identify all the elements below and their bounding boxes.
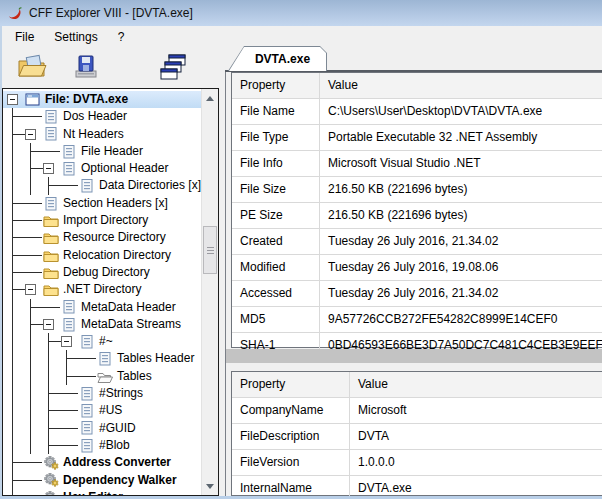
scroll-up-button[interactable] [202,90,218,106]
tree-item-section-headers-x[interactable]: Section Headers [x] [3,195,201,212]
collapse-toggle-icon[interactable] [43,163,54,174]
tree-item-strings[interactable]: #Strings [3,385,201,402]
tree-item-net-directory[interactable]: .NET Directory [3,281,201,298]
property-name: MD5 [232,307,320,332]
folder-icon [43,283,59,297]
tree-item-label: Tables Header [117,352,194,366]
tree-item-file-header[interactable]: File Header [3,143,201,160]
property-row[interactable]: AccessedTuesday 26 July 2016, 21.34.02 [232,281,602,307]
open-icon [17,54,47,80]
title-bar: CFF Explorer VIII - [DVTA.exe] [0,0,602,26]
tree-item-resource-directory[interactable]: Resource Directory [3,229,201,246]
tree-item-label: File: DVTA.exe [45,92,128,106]
property-row[interactable]: CreatedTuesday 26 July 2016, 21.34.02 [232,229,602,255]
tree-item-us[interactable]: #US [3,402,201,419]
tree-item-label: Data Directories [x] [99,179,201,193]
property-row[interactable]: ModifiedTuesday 26 July 2016, 19.08.06 [232,255,602,281]
collapse-toggle-icon[interactable] [25,284,36,295]
detail-icon [79,404,95,418]
scrollbar-thumb[interactable] [203,226,217,274]
column-header: Value [350,372,602,397]
tree-item-dependency-walker[interactable]: Dependency Walker [3,472,201,489]
version-info-table: PropertyValueCompanyNameMicrosoftFileDes… [231,371,602,496]
tree-item-metadata-header[interactable]: MetaData Header [3,299,201,316]
detail-icon [79,421,95,435]
property-row[interactable]: File Size216.50 KB (221696 bytes) [232,177,602,203]
tree-item-address-converter[interactable]: Address Converter [3,454,201,471]
tree-item-label: Address Converter [63,455,171,469]
folder-icon [43,266,59,280]
tree-scrollbar[interactable] [201,89,218,495]
right-panel-border [225,70,226,499]
window-border-left [0,26,2,499]
scroll-down-button[interactable] [202,478,218,494]
windows-manager-button[interactable] [157,51,189,83]
property-row[interactable]: File NameC:\Users\User\Desktop\DVTA\DVTA… [232,99,602,125]
property-value: Portable Executable 32 .NET Assembly [320,125,602,150]
menu-bar: FileSettings? [0,26,602,47]
detail-icon [43,127,59,141]
gear-icon [43,491,59,495]
tree-item-data-directories-x[interactable]: Data Directories [x] [3,177,201,194]
tree-item-label: #Strings [99,386,143,400]
tree-item-optional-header[interactable]: Optional Header [3,160,201,177]
tree-item-label: Optional Header [81,161,168,175]
collapse-toggle-icon[interactable] [61,336,72,347]
tree-item-[interactable]: #~ [3,333,201,350]
property-row[interactable]: FileVersion1.0.0.0 [232,450,602,476]
tree-item-guid[interactable]: #GUID [3,420,201,437]
tree-item-dos-header[interactable]: Dos Header [3,108,201,125]
tab-dvta-exe[interactable]: DVTA.exe [228,46,327,71]
table-header-row: PropertyValue [232,372,602,398]
property-row[interactable]: PE Size216.50 KB (221696 bytes) [232,203,602,229]
tree-item-nt-headers[interactable]: Nt Headers [3,126,201,143]
folder-icon [43,231,59,245]
collapse-toggle-icon[interactable] [25,129,36,140]
tree-item-label: #US [99,404,122,418]
property-value: 9A57726CCB272FE54282C8999E14CEF0 [320,307,602,332]
folder-icon [43,214,59,228]
table-header-row: PropertyValue [232,73,602,99]
tree-item-label: #Blob [99,438,130,452]
property-name: FileVersion [232,450,350,475]
tree-item-label: Nt Headers [63,127,124,141]
property-row[interactable]: CompanyNameMicrosoft [232,398,602,424]
open-file-button[interactable] [16,51,48,83]
tree-item-metadata-streams[interactable]: MetaData Streams [3,316,201,333]
tree-item-tables[interactable]: Tables [3,368,201,385]
save-file-button[interactable] [70,51,102,83]
folder-icon [43,249,59,263]
property-row[interactable]: FileDescriptionDVTA [232,424,602,450]
tree-item-import-directory[interactable]: Import Directory [3,212,201,229]
detail-icon [61,145,77,159]
detail-icon [79,439,95,453]
tree-item-tables-header[interactable]: Tables Header [3,350,201,367]
gear-icon [43,456,59,470]
property-name: Modified [232,255,320,280]
tree-item-label: Tables [117,369,152,383]
property-name: File Info [232,151,320,176]
collapse-toggle-icon[interactable] [7,94,18,105]
tree-item-label: Section Headers [x] [63,196,168,210]
file-properties-table: PropertyValueFile NameC:\Users\User\Desk… [231,72,602,348]
property-value: 1.0.0.0 [350,450,602,475]
explorer-tree: File: DVTA.exeDos HeaderNt HeadersFile H… [3,89,201,495]
tree-item-label: #GUID [99,421,136,435]
menu-item-help[interactable]: ? [112,28,131,46]
collapse-toggle-icon[interactable] [43,319,54,330]
menu-item-settings[interactable]: Settings [48,28,103,46]
tab-label: DVTA.exe [229,47,326,71]
toolbar [0,47,225,88]
property-row[interactable]: File InfoMicrosoft Visual Studio .NET [232,151,602,177]
property-row[interactable]: MD59A57726CCB272FE54282C8999E14CEF0 [232,307,602,333]
tree-item-relocation-directory[interactable]: Relocation Directory [3,247,201,264]
menu-item-file[interactable]: File [9,28,40,46]
tree-item-file-dvta-exe[interactable]: File: DVTA.exe [3,91,201,108]
tree-item-label: Dependency Walker [63,473,177,487]
tree-item-blob[interactable]: #Blob [3,437,201,454]
tree-item-hex-editor[interactable]: Hex Editor [3,489,201,495]
tree-item-label: Hex Editor [63,490,123,495]
tree-panel: File: DVTA.exeDos HeaderNt HeadersFile H… [2,88,219,496]
tree-item-debug-directory[interactable]: Debug Directory [3,264,201,281]
property-row[interactable]: File TypePortable Executable 32 .NET Ass… [232,125,602,151]
